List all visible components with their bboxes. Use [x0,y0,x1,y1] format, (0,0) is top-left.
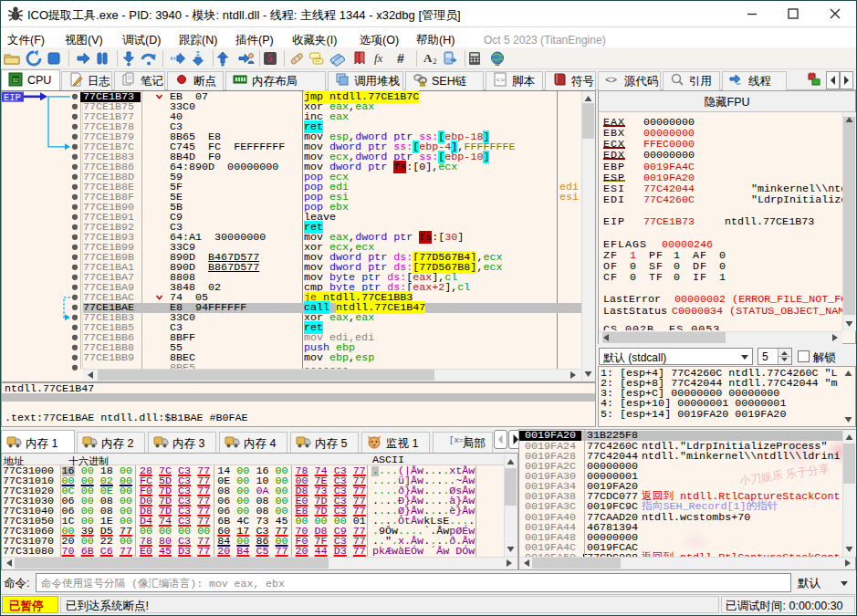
svg-text:A: A [423,51,433,65]
svg-text:<>: <> [605,75,617,86]
svg-text:2: 2 [433,57,437,66]
svg-text:fx: fx [374,51,383,65]
svg-text:<>: <> [496,76,506,84]
svg-text:EIP: EIP [4,92,21,103]
svg-text:#: # [397,51,404,66]
